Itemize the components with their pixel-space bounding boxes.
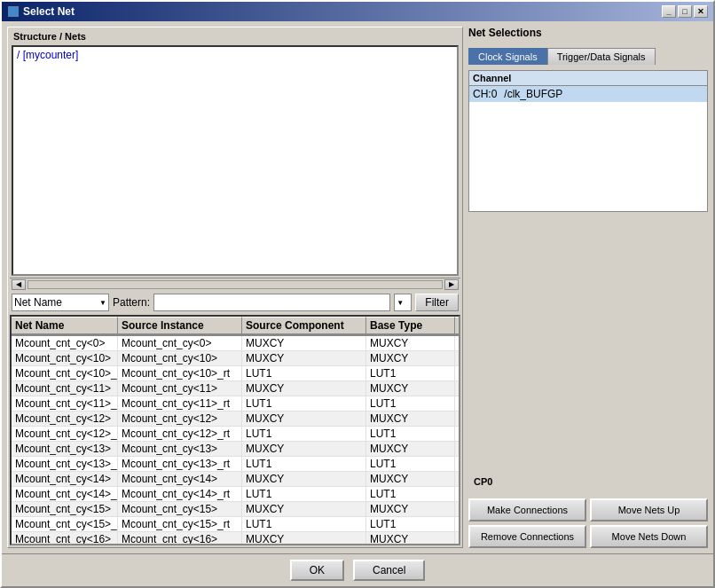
cell-source: Mcount_cnt_cy<14> — [118, 472, 242, 486]
structure-nets-panel: Structure / Nets / [mycounter] ◀ ▶ Net N… — [7, 27, 463, 548]
scroll-right-btn[interactable]: ▶ — [444, 279, 459, 290]
cell-net: Mcount_cnt_cy<15> — [12, 502, 118, 516]
cell-component: MUXCY — [242, 532, 366, 544]
table-row[interactable]: Mcount_cnt_cy<13>_rt Mcount_cnt_cy<13>_r… — [12, 457, 459, 472]
table-row[interactable]: Mcount_cnt_cy<11> Mcount_cnt_cy<11> MUXC… — [12, 381, 459, 396]
cell-source: Mcount_cnt_cy<0> — [118, 336, 242, 350]
cell-net: Mcount_cnt_cy<14> — [12, 472, 118, 486]
h-scrollbar[interactable]: ◀ ▶ — [10, 278, 460, 290]
tree-item-mycounter[interactable]: / [mycounter] — [13, 47, 457, 63]
table-row[interactable]: Mcount_cnt_cy<10>_rt Mcount_cnt_cy<10>_r… — [12, 366, 459, 381]
cell-component: MUXCY — [242, 502, 366, 516]
cell-type: MUXCY — [366, 412, 455, 426]
table-row[interactable]: Mcount_cnt_cy<15>_rt Mcount_cnt_cy<15>_r… — [12, 517, 459, 532]
cell-source: Mcount_cnt_cy<11>_rt — [118, 396, 242, 411]
table-row[interactable]: Mcount_cnt_cy<14>_rt Mcount_cnt_cy<14>_r… — [12, 487, 459, 502]
cell-type: LUT1 — [366, 457, 455, 471]
cell-type: LUT1 — [366, 427, 455, 441]
cell-net: Mcount_cnt_cy<13>_rt — [12, 457, 118, 471]
channel-value: /clk_BUFGP — [504, 88, 562, 100]
minimize-button[interactable]: _ — [662, 5, 676, 18]
net-name-dropdown[interactable]: Net Name ▼ — [12, 294, 109, 311]
cell-source: Mcount_cnt_cy<15> — [118, 502, 242, 516]
table-row[interactable]: Mcount_cnt_cy<11>_rt Mcount_cnt_cy<11>_r… — [12, 396, 459, 412]
cell-source: Mcount_cnt_cy<12>_rt — [118, 427, 242, 441]
cell-net: Mcount_cnt_cy<14>_rt — [12, 487, 118, 501]
spacer — [468, 217, 708, 466]
col-base-type: Base Type — [366, 317, 455, 335]
table-row[interactable]: Mcount_cnt_cy<12> Mcount_cnt_cy<12> MUXC… — [12, 412, 459, 427]
cell-component: LUT1 — [242, 457, 366, 471]
cell-component: MUXCY — [242, 412, 366, 426]
channel-row[interactable]: CH:0 /clk_BUFGP — [469, 86, 707, 102]
table-row[interactable]: Mcount_cnt_cy<15> Mcount_cnt_cy<15> MUXC… — [12, 502, 459, 517]
cell-source: Mcount_cnt_cy<12> — [118, 412, 242, 426]
move-nets-down-button[interactable]: Move Nets Down — [590, 525, 708, 548]
filter-bar: Net Name ▼ Pattern: ▼ Filter — [10, 290, 460, 315]
title-bar-controls: _ □ ✕ — [662, 5, 708, 18]
left-panel: Structure / Nets / [mycounter] ◀ ▶ Net N… — [7, 27, 463, 548]
cell-component: LUT1 — [242, 517, 366, 531]
col-scrollbar-space — [455, 317, 460, 335]
table-row[interactable]: Mcount_cnt_cy<0> Mcount_cnt_cy<0> MUXCY … — [12, 336, 459, 351]
channel-label: CH:0 — [473, 88, 497, 100]
table-row[interactable]: Mcount_cnt_cy<12>_rt Mcount_cnt_cy<12>_r… — [12, 427, 459, 442]
cell-type: MUXCY — [366, 381, 455, 396]
cell-component: LUT1 — [242, 366, 366, 380]
cell-component: MUXCY — [242, 381, 366, 396]
table-row[interactable]: Mcount_cnt_cy<10> Mcount_cnt_cy<10> MUXC… — [12, 351, 459, 366]
cell-source: Mcount_cnt_cy<13>_rt — [118, 457, 242, 471]
pattern-input[interactable] — [153, 294, 390, 311]
remove-connections-button[interactable]: Remove Connections — [468, 525, 586, 548]
h-scrollbar-track[interactable] — [28, 280, 443, 289]
pattern-dropdown-arrow-icon: ▼ — [397, 299, 404, 307]
make-connections-button[interactable]: Make Connections — [468, 498, 586, 521]
cell-source: Mcount_cnt_cy<13> — [118, 442, 242, 456]
col-net-name: Net Name — [12, 317, 118, 335]
cell-type: LUT1 — [366, 517, 455, 531]
cell-source: Mcount_cnt_cy<11> — [118, 381, 242, 396]
cell-component: MUXCY — [242, 472, 366, 486]
window-icon — [7, 5, 20, 18]
panel-title: Structure / Nets — [10, 29, 460, 45]
cell-type: MUXCY — [366, 351, 455, 365]
cell-type: MUXCY — [366, 336, 455, 350]
table-body[interactable]: Mcount_cnt_cy<0> Mcount_cnt_cy<0> MUXCY … — [12, 336, 459, 544]
ok-button[interactable]: OK — [290, 560, 344, 581]
filter-button[interactable]: Filter — [415, 294, 459, 311]
cell-type: LUT1 — [366, 366, 455, 380]
cell-type: MUXCY — [366, 472, 455, 486]
bottom-bar: OK Cancel — [2, 553, 713, 586]
close-button[interactable]: ✕ — [694, 5, 708, 18]
table-row[interactable]: Mcount_cnt_cy<13> Mcount_cnt_cy<13> MUXC… — [12, 442, 459, 457]
cell-type: LUT1 — [366, 396, 455, 411]
pattern-dropdown[interactable]: ▼ — [394, 294, 412, 311]
tree-area[interactable]: / [mycounter] — [12, 45, 459, 276]
cell-net: Mcount_cnt_cy<11>_rt — [12, 396, 118, 411]
tab-clock-signals[interactable]: Clock Signals — [468, 48, 547, 65]
cell-net: Mcount_cnt_cy<13> — [12, 442, 118, 456]
title-bar: Select Net _ □ ✕ — [2, 2, 713, 21]
tabs-container: Clock Signals Trigger/Data Signals — [468, 48, 708, 65]
cell-net: Mcount_cnt_cy<10>_rt — [12, 366, 118, 380]
select-net-window: Select Net _ □ ✕ Structure / Nets / [myc… — [0, 0, 715, 588]
cell-type: LUT1 — [366, 487, 455, 501]
move-nets-up-button[interactable]: Move Nets Up — [590, 498, 708, 521]
cell-source: Mcount_cnt_cy<15>_rt — [118, 517, 242, 531]
cancel-button[interactable]: Cancel — [353, 560, 425, 581]
cell-net: Mcount_cnt_cy<15>_rt — [12, 517, 118, 531]
cp0-label: CP0 — [468, 474, 708, 490]
maximize-button[interactable]: □ — [678, 5, 692, 18]
right-panel: Net Selections Clock Signals Trigger/Dat… — [468, 27, 708, 548]
cell-component: MUXCY — [242, 336, 366, 350]
cell-source: Mcount_cnt_cy<10>_rt — [118, 366, 242, 380]
table-row[interactable]: Mcount_cnt_cy<14> Mcount_cnt_cy<14> MUXC… — [12, 472, 459, 487]
cell-net: Mcount_cnt_cy<12>_rt — [12, 427, 118, 441]
cell-net: Mcount_cnt_cy<10> — [12, 351, 118, 365]
dropdown-arrow-icon: ▼ — [99, 299, 106, 307]
table-row[interactable]: Mcount_cnt_cy<16> Mcount_cnt_cy<16> MUXC… — [12, 532, 459, 544]
tab-trigger-data[interactable]: Trigger/Data Signals — [547, 48, 656, 65]
cell-type: MUXCY — [366, 532, 455, 544]
cell-component: LUT1 — [242, 427, 366, 441]
scroll-left-btn[interactable]: ◀ — [12, 279, 26, 290]
